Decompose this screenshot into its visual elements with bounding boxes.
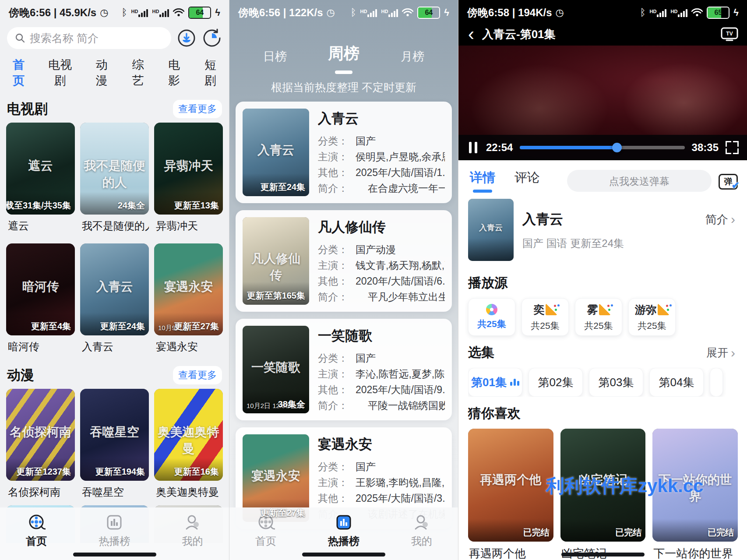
poster-title: 下一站你的世界: [652, 542, 738, 560]
tab-details[interactable]: 详情: [468, 169, 497, 193]
episode-pill[interactable]: 第02集: [529, 368, 583, 397]
signal-icon: HD: [650, 9, 667, 17]
list-item[interactable]: 入青云 更新至24集 入青云 分类：国产 主演：侯明昊,卢昱晓,余承恩,鹤男,全…: [236, 102, 452, 203]
item-category: 国产动漫: [356, 242, 396, 257]
nav-home[interactable]: 首页: [23, 513, 49, 549]
tab-daily[interactable]: 日榜: [259, 49, 291, 64]
home-indicator[interactable]: [561, 553, 645, 556]
alarm-clock-icon: ◷: [100, 7, 108, 18]
item-category: 国产: [356, 133, 376, 149]
episode-badge: 更新至24集: [261, 181, 305, 193]
poster-image: 再遇两个他 已完结: [468, 429, 553, 542]
episode-badge: 连载至31集/共35集: [6, 200, 71, 211]
time-speed-text: 傍晚6:58 | 194K/s: [467, 6, 552, 20]
source-card[interactable]: 共25集: [468, 298, 515, 336]
category-tab[interactable]: 电视剧: [44, 57, 76, 88]
show-poster[interactable]: 入青云: [468, 199, 514, 261]
poster-card[interactable]: 遮云 连载至31集/共35集 遮云: [6, 123, 75, 238]
cast-tv-icon[interactable]: TV: [720, 27, 739, 42]
item-info: 一笑随歌 分类：国产 主演：李沁,陈哲远,夏梦,陈鹤一,左叶,秦... 其他：2…: [318, 326, 445, 413]
item-other: 2025年/大陆/国语/9.0分: [356, 382, 445, 398]
tab-comments[interactable]: 评论: [513, 169, 542, 193]
poster-image: 遮云 连载至31集/共35集: [6, 123, 75, 215]
category-tab[interactable]: 电影: [163, 57, 185, 88]
show-info: 入青云 入青云 简介 › 国产 国语 更新至24集: [458, 196, 747, 266]
episodes-title: 选集: [468, 344, 704, 362]
back-button[interactable]: ‹: [467, 25, 475, 43]
pause-button[interactable]: [467, 140, 479, 155]
episode-badge: 更新至1237集: [17, 466, 71, 478]
nav-rankings[interactable]: 热播榜: [325, 513, 362, 549]
fullscreen-button[interactable]: [726, 141, 739, 154]
source-card[interactable]: 奕 共25集: [521, 298, 569, 336]
party-popper-icon: [658, 304, 669, 315]
history-circle-icon[interactable]: [202, 28, 222, 48]
item-title: 凡人修仙传: [318, 218, 445, 236]
source-card[interactable]: 游弥 共25集: [628, 298, 676, 336]
danmaku-toggle-icon[interactable]: 弹 ✔: [718, 172, 738, 190]
poster-art-title: 入青云: [468, 222, 514, 233]
nav-profile[interactable]: 我的: [180, 513, 206, 549]
list-item[interactable]: 一笑随歌 10月2日 12:00 上线 38集全 一笑随歌 分类：国产 主演：李…: [236, 319, 452, 420]
download-circle-icon[interactable]: [176, 28, 197, 48]
source-card[interactable]: 雾 共25集: [575, 298, 622, 336]
see-more-button[interactable]: 查看更多: [173, 366, 222, 384]
anime-poster-grid: 名侦探柯南 更新至1237集 名侦探柯南 吞噬星空 更新至194集 吞噬星空: [0, 389, 229, 504]
category-tab[interactable]: 动漫: [91, 57, 113, 88]
item-other: 2025年/大陆/国语/3.0分: [356, 490, 445, 506]
poster-card[interactable]: 入青云 更新至24集 入青云: [80, 243, 149, 359]
poster-art-title: 再遇两个他: [468, 472, 553, 488]
poster-image: 宴遇永安 10月9日起 更新至27集: [154, 243, 223, 335]
home-indicator[interactable]: [73, 553, 156, 556]
rankings-screen: 傍晚6:56 | 122K/s ◷ ᛒ HD HD 64 ϟ 日榜 周榜 月榜 …: [229, 0, 458, 560]
episode-pill[interactable]: 第04集: [649, 368, 704, 397]
danmaku-row: 点我发送弹幕 弹 ✔: [557, 170, 738, 192]
see-more-button[interactable]: 查看更多: [173, 100, 222, 118]
poster-card[interactable]: 暗河传 更新至4集 暗河传: [6, 243, 75, 359]
category-tab[interactable]: 首页: [8, 57, 29, 88]
episode-pill-partial[interactable]: [710, 368, 723, 397]
seek-handle[interactable]: [612, 143, 622, 152]
poster-card[interactable]: 名侦探柯南 更新至1237集 名侦探柯南: [6, 389, 75, 504]
expand-link[interactable]: 展开 ›: [704, 345, 738, 361]
nav-profile[interactable]: 我的: [409, 513, 435, 549]
chevron-right-icon: ›: [731, 345, 735, 360]
poster-card[interactable]: 我不是随便的人 24集全 我不是随便的人: [80, 123, 149, 238]
poster-card[interactable]: 再遇两个他 已完结 再遇两个他: [468, 429, 553, 560]
section-title: 动漫: [7, 366, 34, 384]
list-item[interactable]: 凡人修仙传 更新至第165集 凡人修仙传 分类：国产动漫 主演：钱文青,杨天翔,…: [236, 210, 452, 312]
home-indicator[interactable]: [302, 553, 385, 556]
episode-badge: 更新至16集: [174, 466, 219, 478]
intro-link[interactable]: 简介 ›: [703, 211, 738, 228]
chart-icon: [335, 513, 353, 532]
app: 傍晚6:56 | 45.9K/s ◷ ᛒ HD HD 64 ϟ 搜索名称 简介: [0, 0, 747, 560]
signal-icon: HD: [670, 9, 687, 17]
danmaku-input[interactable]: 点我发送弹幕: [567, 170, 712, 192]
category-tab[interactable]: 综艺: [127, 57, 149, 88]
status-badge: 已完结: [708, 527, 734, 539]
tab-monthly[interactable]: 月榜: [396, 49, 429, 64]
poster-card[interactable]: 异翡冲天 更新至13集 异翡冲天: [154, 123, 223, 238]
search-icon: [15, 33, 25, 43]
poster-title: 凶宅笔记: [560, 542, 646, 560]
search-placeholder: 搜索名称 简介: [30, 31, 99, 46]
poster-card[interactable]: 吞噬星空 更新至194集 吞噬星空: [80, 389, 149, 504]
home-screen: 傍晚6:56 | 45.9K/s ◷ ᛒ HD HD 64 ϟ 搜索名称 简介: [0, 0, 229, 560]
poster-art-title: 异翡冲天: [154, 158, 223, 174]
nav-label: 首页: [255, 534, 276, 548]
poster-card[interactable]: 奥美迦奥特曼 更新至16集 奥美迦奥特曼: [154, 389, 223, 504]
watermark-text: 利利软件库zykk.cc: [546, 474, 703, 498]
search-input[interactable]: 搜索名称 简介: [7, 27, 171, 49]
episode-pill[interactable]: 第01集: [468, 368, 522, 397]
tab-weekly[interactable]: 周榜: [324, 43, 364, 64]
signal-icon: HD: [131, 9, 148, 17]
poster-card[interactable]: 宴遇永安 10月9日起 更新至27集 宴遇永安: [154, 243, 223, 359]
nav-label: 首页: [26, 534, 47, 548]
seek-bar[interactable]: [520, 146, 684, 149]
poster-art-title: 宴遇永安: [154, 278, 223, 295]
category-tab[interactable]: 短剧: [200, 57, 221, 88]
poster-art-title: 名侦探柯南: [6, 424, 75, 440]
nav-rankings[interactable]: 热播榜: [96, 513, 133, 549]
video-player[interactable]: 22:54 38:35: [458, 46, 747, 160]
episode-pill[interactable]: 第03集: [589, 368, 643, 397]
